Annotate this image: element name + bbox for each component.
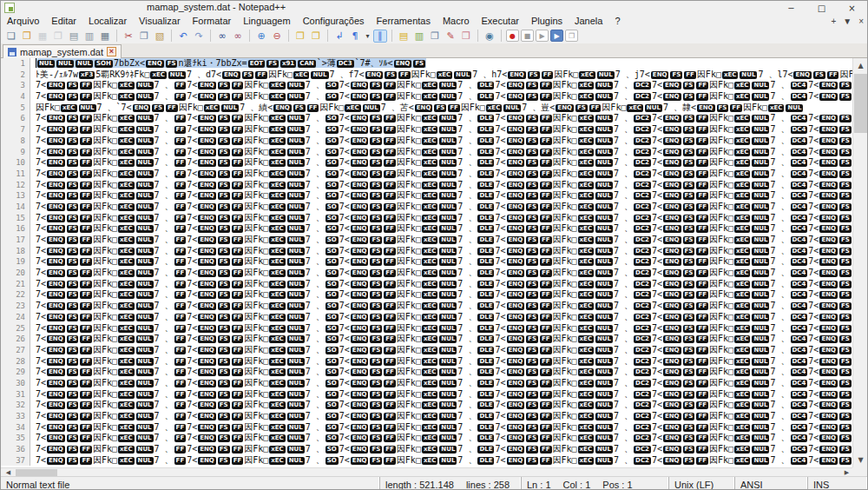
tab-mamap-system-dat[interactable]: mamap_system.dat × [3, 44, 122, 58]
code-line[interactable]: 77<ENQFSFF因Fk□xECNUL7 、FF7<ENQFSFF因Fk□xE… [1, 124, 854, 136]
vertical-scrollbar[interactable]: ▲ ▼ [852, 58, 867, 467]
control-char-badge: NUL [595, 192, 613, 200]
code-line[interactable]: 47<ENQFSFF因Fk□xECNUL7 、FF7<ENQFSFF因Fk□xE… [1, 91, 854, 103]
macro-stop-icon[interactable]: ■ [521, 30, 534, 42]
code-line[interactable]: 157<ENQFSFF因Fk□xECNUL7 、FF7<ENQFSFF因Fk□x… [1, 213, 854, 224]
sync-horizontal-icon[interactable]: ❐ [309, 30, 323, 43]
code-line[interactable]: 377<ENQFSFF因Fk□xECNUL7 、FF7<ENQFSFF因Fk□x… [1, 455, 854, 467]
code-line[interactable]: 37<ENQFSFF因Fk□xECNUL7 、FF7<ENQFSFF因Fk□xE… [1, 80, 854, 91]
editor-area[interactable]: 1NULNULNULSOH7bbZx<ENQFSn還ﾁki・7bbZx=EOTF… [1, 58, 854, 467]
code-line[interactable]: 257<ENQFSFF因Fk□xECNUL7 、FF7<ENQFSFF因Fk□x… [1, 323, 854, 334]
menu-item-linguagem[interactable]: Linguagem [237, 15, 296, 28]
maximize-button[interactable]: □ [806, 1, 837, 15]
menu-item-arquivo[interactable]: Arquivo [1, 15, 45, 28]
code-line[interactable]: 97<ENQFSFF因Fk□xECNUL7 、FF7<ENQFSFF因Fk□xE… [1, 147, 854, 158]
status-eol-format[interactable]: Unix (LF) [669, 477, 735, 490]
code-line[interactable]: 327<ENQFSFF因Fk□xECNUL7 、FF7<ENQFSFF因Fk□x… [1, 400, 854, 411]
close-all-icon[interactable]: ▥ [82, 30, 96, 43]
macro-record-icon[interactable]: ● [506, 30, 519, 42]
code-line[interactable]: 357<ENQFSFF因Fk□xECNUL7 、FF7<ENQFSFF因Fk□x… [1, 433, 854, 444]
show-all-chars-icon[interactable]: ¶ [348, 30, 362, 43]
macro-save-icon[interactable]: ❐ [565, 30, 578, 42]
code-line[interactable]: 177<ENQFSFF因Fk□xECNUL7 、FF7<ENQFSFF因Fk□x… [1, 235, 854, 246]
scroll-up-icon[interactable]: ▲ [853, 58, 868, 73]
open-folder-icon[interactable]: ❒ [20, 30, 34, 43]
macro-run-multiple-icon[interactable]: ▶ [550, 30, 563, 42]
function-list-icon[interactable]: ❐ [428, 30, 442, 43]
horizontal-scroll-thumb[interactable] [16, 469, 57, 476]
menu-item-localizar[interactable]: Localizar [82, 15, 133, 28]
code-line[interactable]: 107<ENQFSFF因Fk□xECNUL7 、FF7<ENQFSFF因Fk□x… [1, 157, 854, 169]
close-button[interactable]: × [837, 1, 867, 15]
undo-icon[interactable]: ↶ [176, 30, 190, 43]
new-tab-button[interactable]: + [831, 17, 836, 26]
menu-item-editar[interactable]: Editar [45, 15, 82, 28]
monitoring-eye-icon[interactable]: ◉ [483, 30, 496, 43]
code-line[interactable]: 187<ENQFSFF因Fk□xECNUL7 、FF7<ENQFSFF因Fk□x… [1, 246, 854, 257]
horizontal-scrollbar[interactable]: ◀ ▶ [1, 467, 854, 476]
minimize-button[interactable]: − [776, 1, 806, 15]
code-line[interactable]: 297<ENQFSFF因Fk□xECNUL7 、FF7<ENQFSFF因Fk□x… [1, 367, 854, 378]
code-line[interactable]: 227<ENQFSFF因Fk□xECNUL7 、FF7<ENQFSFF因Fk□x… [1, 289, 854, 301]
status-insert-mode[interactable]: INS [808, 477, 867, 490]
code-line[interactable]: 217<ENQFSFF因Fk□xECNUL7 、FF7<ENQFSFF因Fk□x… [1, 279, 854, 290]
menu-item-?[interactable]: ? [608, 15, 626, 28]
code-line[interactable]: 127<ENQFSFF因Fk□xECNUL7 、FF7<ENQFSFF因Fk□x… [1, 180, 854, 191]
sync-vertical-icon[interactable]: ❐ [293, 30, 307, 43]
code-line[interactable]: 317<ENQFSFF因Fk□xECNUL7 、FF7<ENQFSFF因Fk□x… [1, 389, 854, 401]
code-line[interactable]: 137<ENQFSFF因Fk□xECNUL7 、FF7<ENQFSFF因Fk□x… [1, 190, 854, 202]
word-wrap-icon[interactable]: ↲ [332, 30, 346, 43]
code-line[interactable]: 1NULNULNULSOH7bbZx<ENQFSn還ﾁki・7bbZx=EOTF… [1, 58, 854, 70]
status-encoding[interactable]: ANSI [735, 477, 808, 490]
code-line[interactable]: 197<ENQFSFF因Fk□xECNUL7 、FF7<ENQFSFF因Fk□x… [1, 256, 854, 268]
tab-close-icon[interactable]: × [107, 47, 116, 56]
paste-icon[interactable]: ▧ [153, 30, 167, 43]
zoom-out-icon[interactable]: ⊖ [270, 30, 284, 43]
cut-icon[interactable]: ✂ [122, 30, 135, 43]
scroll-down-icon[interactable]: ▼ [853, 453, 868, 467]
code-line[interactable]: 277<ENQFSFF因Fk□xECNUL7 、FF7<ENQFSFF因Fk□x… [1, 345, 854, 356]
print-icon[interactable]: ▦ [98, 30, 112, 43]
folder-workspace-icon[interactable]: ❒ [459, 30, 473, 43]
menu-item-configuraes[interactable]: Configurações [297, 15, 371, 28]
close-tab-button[interactable]: × [858, 17, 864, 26]
vertical-scroll-thumb[interactable] [854, 74, 867, 133]
menu-item-executar[interactable]: Executar [476, 15, 525, 28]
code-line[interactable]: 247<ENQFSFF因Fk□xECNUL7 、FF7<ENQFSFF因Fk□x… [1, 312, 854, 323]
code-line[interactable]: 147<ENQFSFF因Fk□xECNUL7 、FF7<ENQFSFF因Fk□x… [1, 202, 854, 213]
replace-icon[interactable]: ∞ [231, 30, 245, 43]
menu-item-janela[interactable]: Janela [569, 15, 608, 28]
monitoring-pen-icon[interactable]: ✎ [444, 30, 457, 43]
menu-item-formatar[interactable]: Formatar [187, 15, 238, 28]
code-line[interactable]: 347<ENQFSFF因Fk□xECNUL7 、FF7<ENQFSFF因Fk□x… [1, 422, 854, 434]
copy-icon[interactable]: ❐ [137, 30, 151, 43]
code-line[interactable]: 5因Fk□xECNUL7 、`7<ENQFSFF因Fk□xECNUL7 、績<E… [1, 103, 854, 114]
menu-item-ferramentas[interactable]: Ferramentas [371, 15, 437, 28]
macro-play-icon[interactable]: ▶ [536, 30, 549, 42]
code-line[interactable]: 207<ENQFSFF因Fk□xECNUL7 、FF7<ENQFSFF因Fk□x… [1, 268, 854, 279]
code-line[interactable]: 67<ENQFSFF因Fk□xECNUL7 、FF7<ENQFSFF因Fk□xE… [1, 113, 854, 124]
code-line[interactable]: 117<ENQFSFF因Fk□xECNUL7 、FF7<ENQFSFF因Fk□x… [1, 169, 854, 180]
code-line[interactable]: 237<ENQFSFF因Fk□xECNUL7 、FF7<ENQFSFF因Fk□x… [1, 301, 854, 312]
code-line[interactable]: 267<ENQFSFF因Fk□xECNUL7 、FF7<ENQFSFF因Fk□x… [1, 334, 854, 345]
document-list-icon[interactable]: ▥ [412, 30, 426, 43]
zoom-in-icon[interactable]: ⊕ [254, 30, 268, 43]
indent-guide-icon[interactable]: ∥ [373, 30, 387, 43]
code-line[interactable]: 87<ENQFSFF因Fk□xECNUL7 、FF7<ENQFSFF因Fk□xE… [1, 136, 854, 147]
chevron-down-icon[interactable]: ▾ [364, 30, 372, 43]
find-icon[interactable]: ∞ [215, 30, 229, 43]
tab-list-button[interactable]: ▼ [843, 17, 852, 26]
code-line[interactable]: 2ﾄ美-/ｪﾙ7wxF35覇RK9ｳﾈFk□xECNUL7 、d7<ENQFSF… [1, 70, 854, 81]
close-icon[interactable]: ▤ [67, 30, 81, 43]
code-line[interactable]: 337<ENQFSFF因Fk□xECNUL7 、FF7<ENQFSFF因Fk□x… [1, 411, 854, 422]
code-line[interactable]: 287<ENQFSFF因Fk□xECNUL7 、FF7<ENQFSFF因Fk□x… [1, 356, 854, 368]
new-file-icon[interactable]: ❏ [4, 30, 18, 43]
code-line[interactable]: 367<ENQFSFF因Fk□xECNUL7 、FF7<ENQFSFF因Fk□x… [1, 444, 854, 455]
document-map-icon[interactable]: ▤ [397, 30, 411, 43]
redo-icon[interactable]: ↷ [192, 30, 206, 43]
code-line[interactable]: 167<ENQFSFF因Fk□xECNUL7 、FF7<ENQFSFF因Fk□x… [1, 223, 854, 235]
menu-item-visualizar[interactable]: Visualizar [133, 15, 187, 28]
code-line[interactable]: 307<ENQFSFF因Fk□xECNUL7 、FF7<ENQFSFF因Fk□x… [1, 378, 854, 389]
menu-item-plugins[interactable]: Plugins [525, 15, 569, 28]
menu-item-macro[interactable]: Macro [437, 15, 476, 28]
